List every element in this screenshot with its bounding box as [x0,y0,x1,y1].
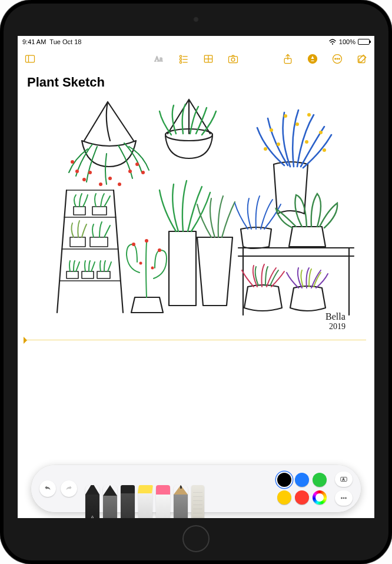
redo-button[interactable] [61,480,77,497]
home-button[interactable] [182,525,210,552]
highlighter-tool[interactable] [138,485,152,518]
pen-tool[interactable]: A [85,485,99,518]
undo-button[interactable] [39,480,56,497]
more-icon[interactable] [331,52,344,65]
brush-tool[interactable] [103,485,117,518]
checklist-icon[interactable] [177,52,190,65]
svg-point-31 [141,171,145,174]
insertion-point-divider[interactable] [26,340,366,340]
svg-point-45 [139,262,142,265]
svg-point-6 [180,58,181,60]
color-swatch[interactable] [295,473,309,487]
status-date: Tue Oct 18 [49,38,81,45]
palette-more-icon[interactable] [335,490,353,506]
share-icon[interactable] [281,52,294,65]
battery-icon [358,39,370,45]
svg-point-28 [128,170,132,173]
pencil-tool[interactable] [174,485,188,518]
camera-icon[interactable] [227,52,240,65]
svg-point-27 [118,183,121,186]
format-text-icon[interactable]: Aa [152,52,165,65]
svg-point-42 [145,239,148,243]
svg-point-40 [264,147,267,151]
status-time: 9:41 AM [22,38,46,45]
color-swatch[interactable] [277,473,291,487]
compose-icon[interactable] [356,52,368,65]
svg-text:A: A [343,477,345,481]
text-box-tool-icon[interactable]: A [335,472,353,487]
color-swatch[interactable] [313,490,327,505]
sidebar-toggle-icon[interactable] [24,52,36,65]
svg-point-19 [337,58,338,59]
svg-point-14 [231,58,235,61]
app-toolbar: Aa [18,48,374,70]
ruler-tool[interactable] [191,485,204,518]
wifi-icon [328,38,337,46]
note-title[interactable]: Plant Sketch [27,75,366,90]
drawing-tool-palette: A A [31,465,361,512]
svg-point-37 [319,131,323,134]
front-camera [193,16,199,22]
svg-point-0 [332,43,333,44]
svg-point-38 [277,142,280,146]
palette-trailing: A [335,472,353,506]
ipad-device-frame: 9:41 AM Tue Oct 18 100% [0,0,392,564]
svg-rect-1 [26,55,35,62]
color-swatches [277,473,327,505]
sketch-canvas[interactable]: Bella 2019 [26,96,366,336]
svg-point-25 [99,183,102,186]
svg-point-29 [135,162,139,166]
lock-icon[interactable] [306,52,319,65]
color-swatch[interactable] [295,490,309,505]
svg-point-46 [151,267,154,270]
svg-point-39 [305,140,308,144]
table-icon[interactable] [202,52,215,65]
screen: 9:41 AM Tue Oct 18 100% [18,36,374,518]
battery-percent: 100% [339,38,356,45]
svg-point-35 [295,122,299,126]
svg-point-36 [307,113,311,117]
svg-point-43 [132,243,135,246]
color-swatch[interactable] [313,473,327,487]
marker-tool[interactable] [121,485,135,518]
svg-point-23 [82,178,86,181]
status-bar: 9:41 AM Tue Oct 18 100% [18,36,374,48]
svg-point-51 [346,497,347,499]
svg-rect-13 [229,57,238,63]
device-inner: 9:41 AM Tue Oct 18 100% [4,4,388,560]
svg-point-44 [158,248,161,252]
svg-point-26 [108,177,112,180]
eraser-tool[interactable] [156,485,170,518]
svg-point-18 [335,58,336,59]
drawing-tools: A [85,465,204,512]
svg-point-34 [284,114,287,118]
svg-point-20 [339,58,340,59]
svg-point-24 [88,171,92,174]
note-content[interactable]: Plant Sketch [18,70,374,518]
svg-point-49 [341,497,343,499]
color-swatch[interactable] [277,490,291,505]
svg-text:Aa: Aa [155,55,163,63]
signature-name: Bella [325,311,346,321]
svg-point-4 [180,55,181,57]
signature-year: 2019 [329,322,346,331]
svg-point-30 [71,160,74,164]
svg-point-8 [180,61,181,63]
svg-point-33 [270,128,273,132]
svg-point-50 [343,497,344,499]
svg-point-41 [323,148,326,152]
svg-point-22 [75,170,79,173]
